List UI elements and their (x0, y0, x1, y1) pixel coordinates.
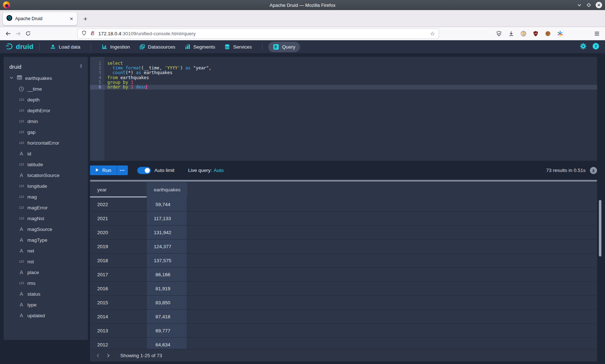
nav-query[interactable]: Query (268, 42, 300, 52)
column-mag[interactable]: 123mag (4, 191, 88, 202)
cell-earthquakes[interactable]: 69,777 (147, 324, 187, 337)
url-text[interactable]: 172.18.0.4:30109/unified-console.html#qu… (98, 31, 427, 36)
page-prev-icon[interactable] (93, 350, 103, 360)
browser-tab[interactable]: Apache Druid ✕ (3, 12, 77, 25)
cell-earthquakes[interactable]: 87,418 (147, 310, 187, 323)
column-magNst[interactable]: 123magNst (4, 213, 88, 224)
cell-year[interactable]: 2015 (90, 296, 147, 309)
schema-header[interactable]: druid (4, 60, 88, 73)
column-net[interactable]: Anet (4, 245, 88, 256)
cell-earthquakes[interactable]: 131,942 (147, 226, 187, 239)
shield-icon[interactable] (81, 30, 87, 37)
cell-earthquakes[interactable]: 86,166 (147, 268, 187, 281)
column-rms[interactable]: 123rms (4, 278, 88, 288)
back-icon[interactable] (3, 28, 13, 38)
forward-icon[interactable] (13, 28, 23, 38)
cell-year[interactable]: 2021 (90, 211, 147, 225)
cookie-extension-icon[interactable] (544, 31, 551, 37)
row-filler (187, 338, 597, 349)
protections-shield-icon[interactable] (496, 31, 502, 37)
code-line-3[interactable]: count(*) as earthquakes (104, 70, 597, 75)
cell-year[interactable]: 2017 (90, 268, 147, 281)
cell-year[interactable]: 2018 (90, 254, 147, 267)
cell-earthquakes[interactable]: 83,850 (147, 296, 187, 309)
run-more-button[interactable]: ••• (117, 165, 128, 175)
column-place[interactable]: Aplace (4, 267, 88, 278)
string-type-icon: A (18, 172, 25, 178)
number-type-icon: 123 (18, 109, 25, 112)
auto-limit-toggle[interactable] (137, 167, 151, 174)
column-status[interactable]: Astatus (4, 288, 88, 299)
nav-services[interactable]: Services (220, 42, 256, 52)
cell-earthquakes[interactable]: 64,634 (147, 338, 187, 349)
nav-datasources[interactable]: Datasources (135, 42, 180, 52)
editor-code[interactable]: select time_format(__time, 'YYYY') as "y… (104, 61, 597, 90)
download-results-icon[interactable] (590, 167, 597, 174)
vertical-scrollbar[interactable] (599, 200, 601, 256)
downloads-icon[interactable] (508, 31, 514, 37)
run-button[interactable]: Run (90, 165, 117, 175)
column-magType[interactable]: AmagType (4, 235, 88, 245)
column-updated[interactable]: Aupdated (4, 310, 88, 321)
live-query-value[interactable]: Auto (214, 168, 224, 173)
close-icon[interactable] (596, 2, 602, 8)
menu-icon[interactable] (594, 27, 600, 40)
column-depth[interactable]: 123depth (4, 94, 88, 105)
column-id[interactable]: Aid (4, 148, 88, 159)
chevron-down-icon[interactable] (9, 76, 14, 81)
asterisk-extension-icon[interactable] (557, 31, 563, 37)
cell-year[interactable]: 2020 (90, 226, 147, 239)
column-gap[interactable]: 123gap (4, 127, 88, 137)
number-type-icon: 123 (18, 184, 25, 188)
cell-year[interactable]: 2014 (90, 310, 147, 323)
horizontal-scrollbar[interactable] (90, 180, 597, 182)
column-locationSource[interactable]: AlocationSource (4, 170, 88, 181)
cell-year[interactable]: 2016 (90, 282, 147, 295)
column-dmin[interactable]: 123dmin (4, 116, 88, 127)
nav-load-data[interactable]: Load data (45, 42, 85, 52)
reload-icon[interactable] (23, 28, 33, 38)
nav-segments[interactable]: Segments (180, 42, 220, 52)
double-caret-sort-icon[interactable] (79, 63, 84, 70)
column-header-year[interactable]: year (90, 182, 147, 197)
cell-earthquakes[interactable]: 81,919 (147, 282, 187, 295)
datasource-earthquakes[interactable]: earthquakes (4, 73, 88, 83)
tab-close-icon[interactable]: ✕ (70, 17, 73, 21)
druid-logo[interactable]: druid (5, 42, 33, 52)
column-type[interactable]: Atype (4, 299, 88, 310)
code-line-2[interactable]: time_format(__time, 'YYYY') as "year", (104, 66, 597, 70)
new-tab-button[interactable]: + (81, 14, 90, 24)
cell-earthquakes[interactable]: 137,575 (147, 254, 187, 267)
cell-earthquakes[interactable]: 117,133 (147, 211, 187, 225)
column-magError[interactable]: 123magError (4, 202, 88, 213)
column-horizontalError[interactable]: 123horizontalError (4, 137, 88, 148)
cell-earthquakes[interactable]: 124,377 (147, 240, 187, 253)
column-header-earthquakes[interactable]: earthquakes (147, 182, 187, 197)
page-next-icon[interactable] (103, 350, 113, 360)
column-nst[interactable]: 123nst (4, 256, 88, 267)
column-depthError[interactable]: 123depthError (4, 105, 88, 116)
cell-year[interactable]: 2019 (90, 240, 147, 253)
cell-year[interactable]: 2013 (90, 324, 147, 337)
sql-editor[interactable]: 123456 select time_format(__time, 'YYYY'… (90, 57, 597, 161)
column-longitude[interactable]: 123longitude (4, 181, 88, 191)
cell-year[interactable]: 2022 (90, 197, 147, 211)
cell-earthquakes[interactable]: 59,744 (147, 197, 187, 211)
bookmark-star-icon[interactable]: ☆ (430, 31, 435, 37)
containers-extension-icon[interactable] (520, 31, 526, 37)
column-magSource[interactable]: AmagSource (4, 224, 88, 235)
nav-ingestion[interactable]: Ingestion (97, 42, 135, 52)
lock-insecure-icon[interactable] (90, 30, 95, 37)
code-line-6[interactable]: order by 1 desc (104, 85, 597, 90)
column-latitude[interactable]: 123latitude (4, 159, 88, 170)
maximize-icon[interactable] (586, 3, 591, 8)
url-bar[interactable]: 172.18.0.4:30109/unified-console.html#qu… (77, 28, 439, 39)
cell-year[interactable]: 2012 (90, 338, 147, 349)
code-line-4[interactable]: from earthquakes (104, 76, 597, 80)
minimize-icon[interactable] (577, 3, 582, 8)
column-__time[interactable]: __time (4, 83, 88, 94)
code-line-5[interactable]: group by 1 (104, 80, 597, 85)
ublock-extension-icon[interactable]: uO (532, 31, 539, 37)
help-icon[interactable]: ? (592, 43, 599, 51)
settings-gear-icon[interactable] (580, 43, 587, 51)
